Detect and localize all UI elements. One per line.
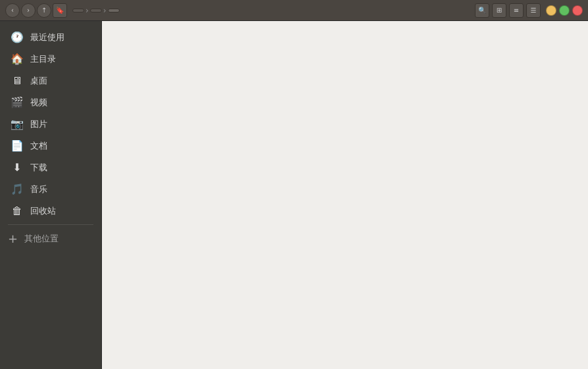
breadcrumb-usr[interactable]: [72, 9, 84, 12]
sidebar-item-pictures[interactable]: 📷图片: [3, 114, 99, 134]
nav-up-button[interactable]: ↑: [37, 3, 51, 18]
sidebar-icon-downloads: ⬇: [11, 161, 24, 174]
breadcrumb-sep-2: ›: [103, 6, 107, 15]
add-icon: +: [8, 232, 18, 245]
sidebar: 🕐最近使用🏠主目录🖥桌面🎬视频📷图片📄文档⬇下载🎵音乐🗑回收站+其他位置: [0, 21, 102, 369]
breadcrumb-applications[interactable]: [108, 9, 120, 12]
sidebar-item-trash[interactable]: 🗑回收站: [3, 201, 99, 221]
maximize-button[interactable]: [559, 5, 570, 16]
view-list-button[interactable]: ≡: [509, 3, 524, 18]
breadcrumb: › ›: [72, 6, 470, 15]
sidebar-label-recent: 最近使用: [30, 32, 64, 43]
sidebar-icon-desktop: 🖥: [11, 74, 24, 87]
sidebar-icon-home: 🏠: [11, 53, 24, 65]
sidebar-label-home: 主目录: [30, 53, 56, 65]
breadcrumb-share[interactable]: [90, 9, 102, 12]
nav-forward-button[interactable]: ›: [21, 3, 36, 18]
main-area: 🕐最近使用🏠主目录🖥桌面🎬视频📷图片📄文档⬇下载🎵音乐🗑回收站+其他位置: [0, 21, 588, 369]
sidebar-icon-pictures: 📷: [11, 118, 24, 130]
sidebar-item-desktop[interactable]: 🖥桌面: [3, 70, 99, 91]
sidebar-icon-videos: 🎬: [11, 96, 24, 109]
sidebar-icon-music: 🎵: [11, 183, 24, 195]
breadcrumb-sep-1: ›: [86, 6, 89, 15]
sidebar-label-videos: 视频: [30, 97, 47, 109]
sidebar-item-downloads[interactable]: ⬇下载: [3, 157, 99, 178]
sidebar-add-location[interactable]: +其他位置: [0, 228, 101, 249]
sidebar-label-downloads: 下载: [30, 162, 47, 174]
nav-back-button[interactable]: ‹: [5, 3, 20, 18]
sidebar-item-documents[interactable]: 📄文档: [3, 135, 99, 156]
window-controls: [546, 5, 583, 16]
bookmark-button[interactable]: 🔖: [53, 3, 67, 18]
sidebar-label-trash: 回收站: [30, 205, 56, 217]
nav-buttons: ‹ › ↑ 🔖: [5, 3, 67, 18]
sidebar-divider: [8, 224, 93, 225]
sidebar-label-documents: 文档: [30, 140, 47, 152]
sidebar-icon-documents: 📄: [11, 139, 24, 152]
sidebar-item-videos[interactable]: 🎬视频: [3, 92, 99, 112]
sidebar-item-music[interactable]: 🎵音乐: [3, 179, 99, 199]
sidebar-item-recent[interactable]: 🕐最近使用: [3, 27, 99, 47]
sidebar-label-music: 音乐: [30, 184, 47, 195]
titlebar: ‹ › ↑ 🔖 › › 🔍 ⊞ ≡ ☰: [0, 0, 588, 21]
sidebar-icon-trash: 🗑: [11, 205, 24, 217]
file-content[interactable]: [102, 21, 588, 369]
sidebar-label-pictures: 图片: [30, 118, 47, 130]
minimize-button[interactable]: [546, 5, 556, 16]
close-button[interactable]: [572, 5, 583, 16]
search-button[interactable]: 🔍: [475, 3, 489, 18]
sidebar-icon-recent: 🕐: [11, 31, 24, 43]
add-label: 其他位置: [24, 233, 59, 245]
menu-button[interactable]: ☰: [526, 3, 541, 18]
view-grid-button[interactable]: ⊞: [492, 3, 506, 18]
sidebar-label-desktop: 桌面: [30, 75, 47, 87]
titlebar-actions: 🔍 ⊞ ≡ ☰: [475, 3, 541, 18]
sidebar-item-home[interactable]: 🏠主目录: [3, 49, 99, 69]
